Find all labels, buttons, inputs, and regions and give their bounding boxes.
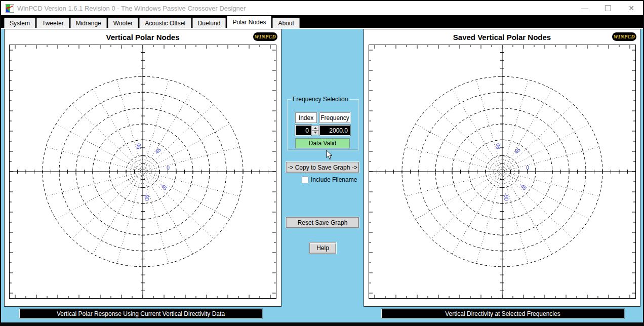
tab-page-border bbox=[1, 28, 643, 29]
minimize-icon: — bbox=[581, 4, 588, 12]
tab-duelund[interactable]: Duelund bbox=[192, 18, 226, 28]
tab-polar-nodes[interactable]: Polar Nodes bbox=[227, 16, 271, 28]
app-window: WinPCD Version 1.6.1 Revision 0 - The Wi… bbox=[0, 0, 644, 326]
left-status-bar: Vertical Polar Response Using Current Ve… bbox=[19, 309, 262, 318]
data-valid-indicator: Data Valid bbox=[295, 138, 350, 148]
polar-chart-left: 90450-45-90 bbox=[9, 45, 276, 299]
tab-midrange[interactable]: Midrange bbox=[70, 18, 107, 28]
help-button[interactable]: Help bbox=[309, 242, 336, 254]
left-panel-title: Vertical Polar Nodes bbox=[5, 33, 281, 42]
tab-tweeter[interactable]: Tweeter bbox=[36, 18, 69, 28]
index-spinner-down[interactable] bbox=[311, 131, 319, 136]
angle-label-90: 90 bbox=[136, 143, 142, 149]
polar-chart-right: 90450-45-90 bbox=[369, 45, 636, 299]
vertical-polar-panel: Vertical Polar Nodes WINPCD 90450-45-90 bbox=[4, 29, 281, 307]
index-spinner-up[interactable] bbox=[311, 126, 319, 131]
minimize-button[interactable]: — bbox=[573, 1, 596, 15]
maximize-button[interactable]: ☐ bbox=[596, 1, 620, 15]
include-filename-label: Include Filename bbox=[311, 176, 357, 183]
tab-strip: SystemTweeterMidrangeWooferAcoustic Offs… bbox=[4, 16, 301, 28]
tab-about[interactable]: About bbox=[272, 18, 299, 28]
close-icon: ✕ bbox=[628, 4, 634, 12]
tab-woofer[interactable]: Woofer bbox=[108, 18, 138, 28]
frequency-header-button[interactable]: Frequency bbox=[319, 112, 350, 123]
tab-system[interactable]: System bbox=[4, 18, 35, 28]
app-icon bbox=[6, 4, 14, 13]
saved-polar-panel: Saved Vertical Polar Nodes WINPCD 90450-… bbox=[364, 29, 640, 307]
index-header-button[interactable]: Index bbox=[295, 112, 317, 123]
angle-label--90: -90 bbox=[144, 193, 150, 200]
frequency-selection-label: Frequency Selection bbox=[291, 96, 349, 103]
right-status-bar: Vertical Directivity at Selected Frequen… bbox=[381, 309, 624, 318]
angle-label-0: 0 bbox=[526, 165, 529, 171]
winpcd-badge-right: WINPCD bbox=[612, 32, 636, 41]
include-filename-checkbox[interactable] bbox=[302, 177, 308, 183]
spinner-up-icon bbox=[314, 127, 317, 129]
spinner-down-icon bbox=[314, 132, 317, 134]
include-filename-row: Include Filename bbox=[302, 176, 357, 183]
winpcd-badge-left-text: WINPCD bbox=[255, 34, 276, 39]
left-status-text: Vertical Polar Response Using Current Ve… bbox=[57, 310, 225, 317]
right-panel-title: Saved Vertical Polar Nodes bbox=[364, 33, 640, 42]
title-bar: WinPCD Version 1.6.1 Revision 0 - The Wi… bbox=[1, 1, 643, 15]
window-title: WinPCD Version 1.6.1 Revision 0 - The Wi… bbox=[17, 5, 246, 12]
close-button[interactable]: ✕ bbox=[620, 1, 643, 15]
copy-to-save-graph-button[interactable]: -> Copy to Save Graph -> bbox=[286, 162, 359, 173]
angle-label--90: -90 bbox=[503, 193, 509, 200]
winpcd-badge-left: WINPCD bbox=[253, 32, 277, 41]
index-value-field[interactable]: 0 bbox=[295, 125, 311, 136]
maximize-icon: ☐ bbox=[605, 4, 612, 13]
frequency-value-field[interactable]: 2000.0 bbox=[319, 125, 350, 136]
index-spinner bbox=[311, 126, 319, 135]
polar-nodes-page: Vertical Polar Nodes WINPCD 90450-45-90 … bbox=[1, 28, 643, 322]
tab-acoustic-offset[interactable]: Acoustic Offset bbox=[139, 18, 191, 28]
angle-label-90: 90 bbox=[495, 143, 501, 149]
reset-save-graph-button[interactable]: Reset Save Graph bbox=[286, 217, 359, 228]
winpcd-badge-right-text: WINPCD bbox=[614, 34, 635, 39]
mouse-cursor bbox=[326, 150, 333, 160]
tab-bar: SystemTweeterMidrangeWooferAcoustic Offs… bbox=[1, 15, 643, 28]
angle-label-0: 0 bbox=[167, 165, 170, 171]
right-status-text: Vertical Directivity at Selected Frequen… bbox=[445, 310, 560, 317]
